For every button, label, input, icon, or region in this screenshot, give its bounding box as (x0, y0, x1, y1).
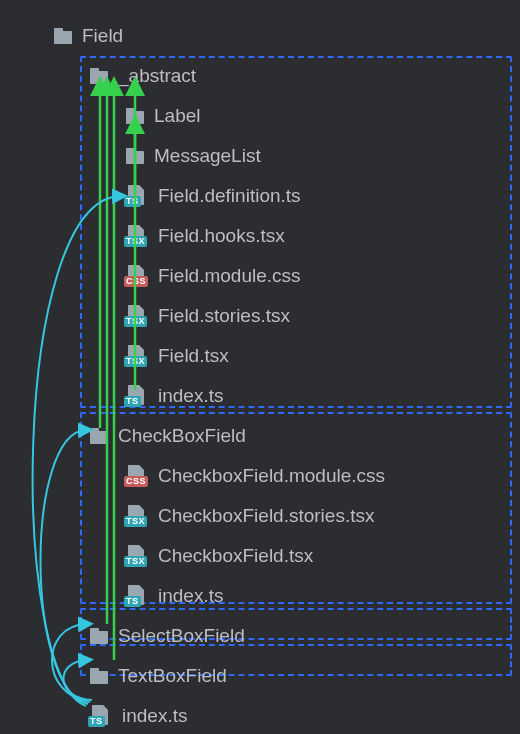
file-label: index.ts (158, 385, 223, 407)
folder-icon (88, 665, 110, 687)
file-field-stories[interactable]: Field.stories.tsx (0, 296, 520, 336)
file-label: CheckboxField.module.css (158, 465, 385, 487)
folder-textboxfield[interactable]: TextBoxField (0, 656, 520, 696)
folder-field[interactable]: Field (0, 16, 520, 56)
folder-label: Field (82, 25, 123, 47)
ts-icon (124, 585, 150, 607)
folder-icon (124, 105, 146, 127)
folder-icon (88, 625, 110, 647)
folder-messagelist[interactable]: MessageList (0, 136, 520, 176)
file-label: index.ts (122, 705, 187, 727)
file-checkbox-stories[interactable]: CheckboxField.stories.tsx (0, 496, 520, 536)
tsx-icon (124, 545, 150, 567)
file-label: CheckboxField.tsx (158, 545, 313, 567)
folder-checkboxfield[interactable]: CheckBoxField (0, 416, 520, 456)
folder-icon (52, 25, 74, 47)
css-icon (124, 465, 150, 487)
file-label: Field.stories.tsx (158, 305, 290, 327)
tsx-icon (124, 225, 150, 247)
file-label: index.ts (158, 585, 223, 607)
file-root-index[interactable]: index.ts (0, 696, 520, 734)
folder-icon (124, 145, 146, 167)
file-tree: Field _abstract Label MessageList Field.… (0, 0, 520, 734)
folder-label: SelectBoxField (118, 625, 245, 647)
folder-label: _abstract (118, 65, 196, 87)
file-label: Field.hooks.tsx (158, 225, 285, 247)
file-checkbox-index[interactable]: index.ts (0, 576, 520, 616)
file-checkbox-tsx[interactable]: CheckboxField.tsx (0, 536, 520, 576)
folder-label: CheckBoxField (118, 425, 246, 447)
folder-label-dir[interactable]: Label (0, 96, 520, 136)
file-abstract-index[interactable]: index.ts (0, 376, 520, 416)
css-icon (124, 265, 150, 287)
folder-selectboxfield[interactable]: SelectBoxField (0, 616, 520, 656)
file-checkbox-module-css[interactable]: CheckboxField.module.css (0, 456, 520, 496)
file-label: Field.tsx (158, 345, 229, 367)
file-label: Field.definition.ts (158, 185, 301, 207)
tsx-icon (124, 305, 150, 327)
tsx-icon (124, 505, 150, 527)
file-label: Field.module.css (158, 265, 301, 287)
ts-icon (124, 185, 150, 207)
folder-label: Label (154, 105, 201, 127)
file-label: CheckboxField.stories.tsx (158, 505, 374, 527)
folder-label: TextBoxField (118, 665, 227, 687)
folder-label: MessageList (154, 145, 261, 167)
ts-icon (124, 385, 150, 407)
folder-icon (88, 425, 110, 447)
file-field-hooks[interactable]: Field.hooks.tsx (0, 216, 520, 256)
file-field-definition[interactable]: Field.definition.ts (0, 176, 520, 216)
tsx-icon (124, 345, 150, 367)
ts-icon (88, 705, 114, 727)
file-field-module-css[interactable]: Field.module.css (0, 256, 520, 296)
folder-icon (88, 65, 110, 87)
file-field-tsx[interactable]: Field.tsx (0, 336, 520, 376)
folder-abstract[interactable]: _abstract (0, 56, 520, 96)
